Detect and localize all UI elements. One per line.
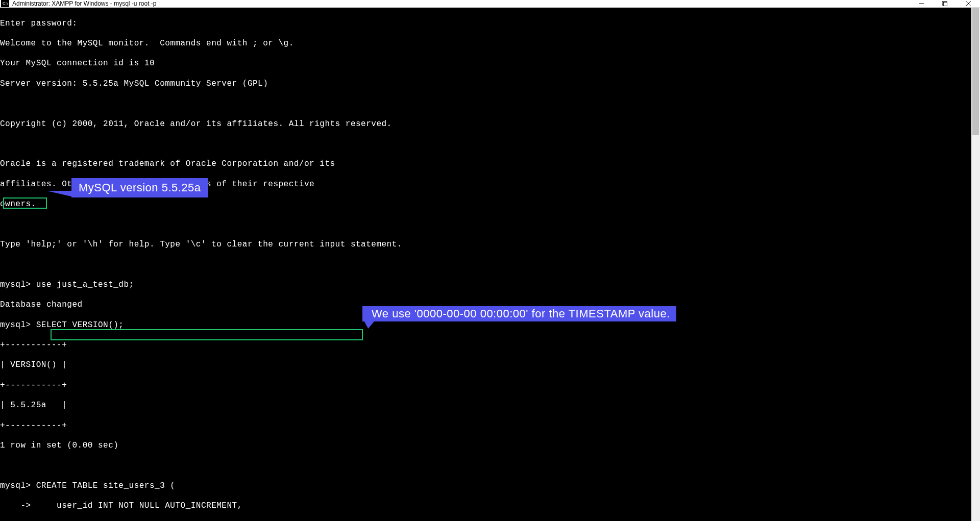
callout-tail-icon bbox=[47, 191, 74, 197]
titlebar-left: C:\ Administrator: XAMPP for Windows - m… bbox=[0, 0, 157, 7]
terminal-line: Server version: 5.5.25a MySQL Community … bbox=[0, 79, 971, 89]
callout-timestamp: We use '0000-00-00 00:00:00' for the TIM… bbox=[362, 306, 676, 321]
callout-timestamp-text: We use '0000-00-00 00:00:00' for the TIM… bbox=[372, 309, 670, 319]
svg-rect-2 bbox=[943, 2, 947, 6]
terminal-line: mysql> CREATE TABLE site_users_3 ( bbox=[0, 481, 971, 491]
terminal-line: mysql> SELECT VERSION(); bbox=[0, 320, 971, 331]
vertical-scrollbar[interactable] bbox=[971, 8, 980, 521]
highlight-date-validated bbox=[51, 329, 363, 340]
terminal-line: +-----------+ bbox=[0, 381, 971, 391]
terminal-line: Your MySQL connection id is 10 bbox=[0, 59, 971, 69]
terminal-line bbox=[0, 139, 971, 150]
terminal-line: owners. bbox=[0, 200, 971, 210]
cmd-icon: C:\ bbox=[1, 0, 9, 7]
terminal-line: Welcome to the MySQL monitor. Commands e… bbox=[0, 39, 971, 49]
minimize-icon bbox=[919, 1, 924, 6]
scrollbar-thumb[interactable] bbox=[972, 8, 979, 135]
titlebar[interactable]: C:\ Administrator: XAMPP for Windows - m… bbox=[0, 0, 980, 8]
minimize-button[interactable] bbox=[910, 0, 933, 7]
terminal-line: Copyright (c) 2000, 2011, Oracle and/or … bbox=[0, 119, 971, 130]
terminal-line: 1 row in set (0.00 sec) bbox=[0, 441, 971, 451]
terminal-line bbox=[0, 220, 971, 230]
terminal-line bbox=[0, 260, 971, 270]
window-title: Administrator: XAMPP for Windows - mysql… bbox=[12, 0, 157, 7]
close-icon bbox=[966, 1, 971, 6]
terminal[interactable]: Enter password: Welcome to the MySQL mon… bbox=[0, 8, 971, 521]
terminal-area: Enter password: Welcome to the MySQL mon… bbox=[0, 8, 980, 521]
maximize-button[interactable] bbox=[933, 0, 957, 7]
maximize-icon bbox=[942, 1, 947, 6]
app-window: C:\ Administrator: XAMPP for Windows - m… bbox=[0, 0, 980, 521]
terminal-line: Type 'help;' or '\h' for help. Type '\c'… bbox=[0, 240, 971, 250]
window-controls bbox=[910, 0, 980, 7]
terminal-line bbox=[0, 461, 971, 471]
terminal-line bbox=[0, 99, 971, 109]
terminal-line: +-----------+ bbox=[0, 340, 971, 351]
terminal-line: +-----------+ bbox=[0, 421, 971, 431]
terminal-line: | 5.5.25a | bbox=[0, 401, 971, 411]
callout-version-text: MySQL version 5.5.25a bbox=[79, 183, 201, 193]
terminal-line: | VERSION() | bbox=[0, 360, 971, 370]
terminal-line: Oracle is a registered trademark of Orac… bbox=[0, 159, 971, 169]
close-button[interactable] bbox=[957, 0, 980, 7]
terminal-line: Enter password: bbox=[0, 19, 971, 29]
callout-version: MySQL version 5.5.25a bbox=[71, 178, 208, 197]
terminal-line: -> user_id INT NOT NULL AUTO_INCREMENT, bbox=[0, 501, 971, 511]
terminal-line: mysql> use just_a_test_db; bbox=[0, 280, 971, 290]
